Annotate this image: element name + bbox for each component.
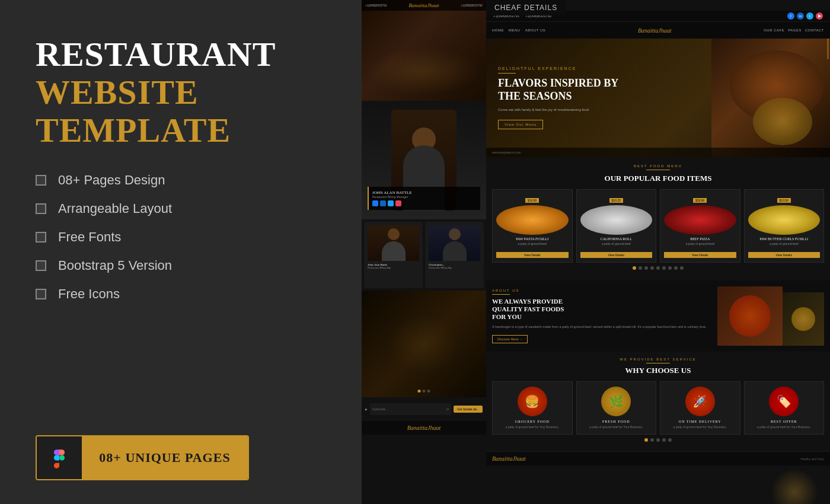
why-dot-1 xyxy=(644,438,648,442)
hero-title: Flavors Inspired by the Seasons xyxy=(498,77,618,103)
menu-section: Best Food Menu Our Popular Food Items $1… xyxy=(486,157,830,280)
menu-price-1: $10.50 xyxy=(525,198,539,203)
nav-pages[interactable]: Pages xyxy=(788,28,802,32)
nav-right-links: Our Cafe Pages Contact xyxy=(764,28,824,32)
menu-grid: $10.50 Paw Pasta Fusilli a patty of grou… xyxy=(492,189,824,263)
mockup-footer-bar: BanaittaJhaat Healthy and Tasty xyxy=(486,451,830,465)
about-img-2 xyxy=(783,292,824,346)
menu-btn-2[interactable]: View Details xyxy=(580,252,653,258)
why-grid: 🍔 Grocery Food a patty of ground beef fo… xyxy=(492,381,824,435)
about-cta-button[interactable]: Discover More → xyxy=(492,335,528,343)
dot-6 xyxy=(662,266,666,270)
menu-img-4 xyxy=(748,205,821,235)
about-img-1 xyxy=(717,286,783,346)
nav-links: Home Menu About Us xyxy=(492,28,545,32)
menu-title: Our Popular Food Items xyxy=(492,174,824,183)
cta-label: 08+ Unique Pages xyxy=(82,435,248,480)
bullet-3 xyxy=(36,232,46,243)
menu-card-4: $13.50 Paw Butter Curls Fusilli a patty … xyxy=(744,189,825,263)
bullet-4 xyxy=(36,260,46,271)
why-dot-5 xyxy=(668,438,672,442)
why-name-1: Grocery Food xyxy=(497,420,567,423)
menu-card-3: $28.90 Beef Pizza a patty of ground beef… xyxy=(660,189,740,263)
preview-left-strip: +1(998)8053791 BanaittaJhaat +1(098)8023… xyxy=(362,0,486,504)
feature-label-2: Arrangeable Layout xyxy=(58,201,172,216)
why-desc-4: a patty of ground beef for Your Business… xyxy=(749,425,819,429)
mockup-logo: BanaittaJhaat xyxy=(638,27,672,34)
menu-desc-4: a patty of ground beef xyxy=(748,242,821,245)
chef-details-label: Cheaf Details xyxy=(486,0,566,15)
why-icon-2: 🌿 xyxy=(601,387,631,416)
left-panel: Restaurant WebsiteTemplate 08+ Pages Des… xyxy=(0,0,362,504)
why-name-4: Best Offer xyxy=(749,420,819,423)
why-dot-3 xyxy=(656,438,660,442)
bullet-1 xyxy=(36,175,46,186)
figma-logo-box xyxy=(37,435,82,480)
staff-strip: John Alan Battle Restaurant Billing Mgr … xyxy=(362,219,486,291)
dark-atmosphere xyxy=(362,291,486,397)
preview-footer: BanaittaJhaat xyxy=(362,421,486,435)
menu-name-1: Paw Pasta Fusilli xyxy=(496,237,569,241)
about-text: About Us We Always Provide Quality Fast … xyxy=(492,289,713,343)
dot-4 xyxy=(650,266,654,270)
feature-item-2: Arrangeable Layout xyxy=(36,201,326,216)
why-subtitle: We Provide Best Service xyxy=(492,358,824,361)
about-images xyxy=(717,286,824,346)
menu-btn-3[interactable]: View Details xyxy=(664,252,736,258)
nav-contact[interactable]: Contact xyxy=(805,28,824,32)
deco-food-element xyxy=(771,468,818,504)
feature-item-5: Free Icons xyxy=(36,286,326,302)
nav-home[interactable]: Home xyxy=(492,28,504,32)
why-icon-3: 🚀 xyxy=(685,387,715,416)
figma-icon xyxy=(47,446,71,470)
about-title: We Always Provide Quality Fast Foods For… xyxy=(492,298,713,321)
website-mockup: +1(998)8053791 +1(098)8023792 f in t ▶ H… xyxy=(486,0,830,504)
staff-card-1: John Alan Battle Restaurant Billing Mgr xyxy=(364,222,423,288)
dot-8 xyxy=(674,266,678,270)
preview-footer-logo: BanaittaJhaat xyxy=(368,425,480,431)
preview-hero-strip: +1(998)8053791 BanaittaJhaat +1(098)8023… xyxy=(362,0,486,101)
menu-desc-3: a patty of ground beef xyxy=(664,242,736,245)
why-card-3: 🚀 On Time Delivery a patty of ground bee… xyxy=(660,381,740,435)
why-name-3: On Time Delivery xyxy=(665,420,735,423)
why-title: Why Choose Us xyxy=(492,366,824,375)
dot-1 xyxy=(633,266,636,270)
nav-menu[interactable]: Menu xyxy=(509,28,521,32)
why-desc-2: a patty of ground beef for Your Business… xyxy=(582,425,652,429)
about-tag: About Us xyxy=(492,289,713,292)
why-card-4: 🏷️ Best Offer a patty of ground beef for… xyxy=(744,381,825,435)
menu-name-2: California Roll xyxy=(580,237,653,241)
hero-cta-button[interactable]: View Our Menu xyxy=(498,120,543,129)
about-section: About Us We Always Provide Quality Fast … xyxy=(486,280,830,352)
staff-card-2: Christopher... Restaurant Billing Mgr xyxy=(425,222,484,288)
menu-price-2: $20.25 xyxy=(609,198,623,203)
nav-cafe[interactable]: Our Cafe xyxy=(764,28,784,32)
hero-text-block: Delightful Experience Flavors Inspired b… xyxy=(486,55,630,141)
dot-9 xyxy=(680,266,684,270)
mockup-navbar: Home Menu About Us BanaittaJhaat Our Caf… xyxy=(486,22,830,39)
menu-price-4: $13.50 xyxy=(777,198,791,203)
subscribe-bar: ▶ Subscribe ✉ Get Update ab... xyxy=(362,397,486,421)
menu-desc-1: a patty of ground beef xyxy=(496,242,569,245)
feature-label-5: Free Icons xyxy=(58,286,120,302)
feature-label-1: 08+ Pages Design xyxy=(58,173,165,188)
menu-btn-1[interactable]: View Details xyxy=(496,252,569,258)
menu-name-4: Paw Butter Curls Fusilli xyxy=(748,237,821,241)
menu-img-3 xyxy=(664,205,736,235)
menu-card-2: $20.25 California Roll a patty of ground… xyxy=(576,189,657,263)
why-dot-2 xyxy=(650,438,654,442)
nav-about[interactable]: About Us xyxy=(525,28,546,32)
right-panel: +1(998)8053791 BanaittaJhaat +1(098)8023… xyxy=(362,0,830,504)
why-icon-1: 🍔 xyxy=(518,387,547,416)
cta-button[interactable]: 08+ Unique Pages xyxy=(36,435,249,480)
why-section: We Provide Best Service Why Choose Us 🍔 … xyxy=(486,352,830,451)
menu-btn-4[interactable]: View Details xyxy=(748,252,821,258)
dot-2 xyxy=(639,266,642,270)
menu-desc-2: a patty of ground beef xyxy=(580,242,653,245)
feature-item-3: Free Fonts xyxy=(36,229,326,245)
feature-item-1: 08+ Pages Design xyxy=(36,173,326,188)
hero-subtitle: Delightful Experience xyxy=(498,66,618,71)
page-title: Restaurant WebsiteTemplate xyxy=(36,36,326,149)
why-card-2: 🌿 Fresh Food a patty of ground beef for … xyxy=(576,381,657,435)
menu-pagination xyxy=(492,263,824,273)
